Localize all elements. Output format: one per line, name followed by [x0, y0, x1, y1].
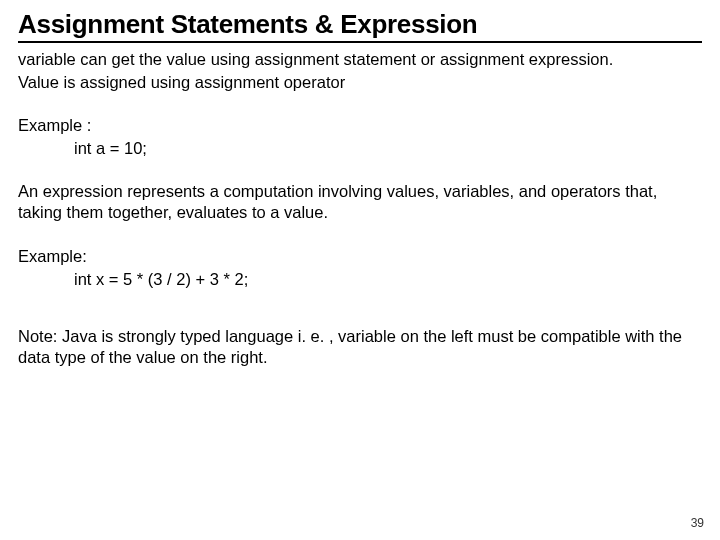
example2-label: Example:	[18, 246, 702, 267]
example2-code: int x = 5 * (3 / 2) + 3 * 2;	[18, 269, 702, 290]
example1-code: int a = 10;	[18, 138, 702, 159]
expression-description: An expression represents a computation i…	[18, 181, 702, 223]
slide-title: Assignment Statements & Expression	[18, 10, 702, 43]
page-number: 39	[691, 516, 704, 530]
note-text: Note: Java is strongly typed language i.…	[18, 326, 702, 368]
intro-line-2: Value is assigned using assignment opera…	[18, 72, 702, 93]
intro-line-1: variable can get the value using assignm…	[18, 49, 702, 70]
slide: Assignment Statements & Expression varia…	[0, 0, 720, 540]
example1-label: Example :	[18, 115, 702, 136]
